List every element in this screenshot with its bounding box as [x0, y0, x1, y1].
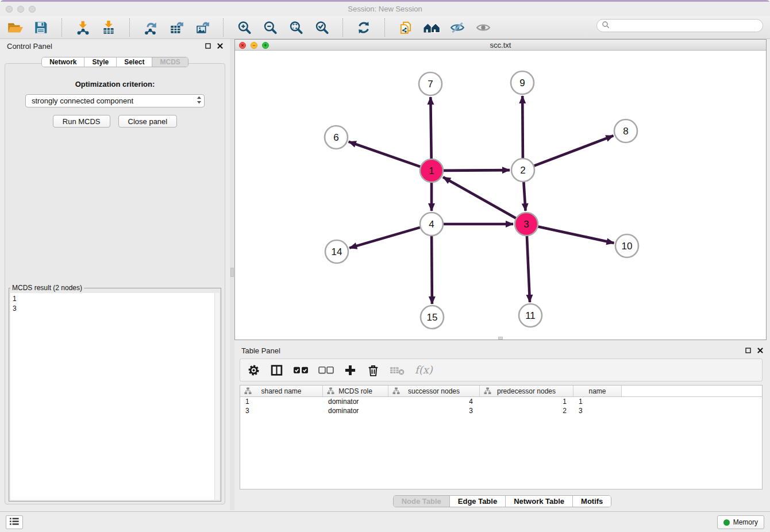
network-view-window: × − + scc.txt 1234678910111415 — [234, 39, 767, 340]
edge-2-9[interactable] — [522, 96, 523, 159]
column-header-successor-nodes[interactable]: successor nodes — [388, 385, 480, 396]
float-panel-icon[interactable] — [205, 43, 211, 49]
table-row[interactable]: 3dominator323 — [240, 406, 762, 415]
node-3[interactable]: 3 — [515, 213, 538, 236]
table-panel-header: Table Panel — [234, 344, 770, 357]
criterion-dropdown[interactable]: strongly connected component — [25, 94, 205, 107]
table-cell[interactable]: 1 — [573, 397, 622, 406]
column-label: MCDS role — [323, 387, 388, 395]
node-10[interactable]: 10 — [615, 234, 638, 257]
split-panel-icon[interactable] — [270, 363, 283, 377]
tab-style[interactable]: Style — [84, 57, 116, 67]
column-header-mcds-role[interactable]: MCDS role — [323, 385, 388, 396]
column-header-name[interactable]: name — [573, 385, 622, 396]
search-input[interactable] — [613, 20, 763, 32]
import-network-icon[interactable] — [72, 18, 93, 37]
node-11[interactable]: 11 — [519, 304, 542, 327]
node-15[interactable]: 15 — [421, 306, 444, 329]
vertical-splitter[interactable] — [230, 39, 234, 510]
table-cell[interactable]: dominator — [323, 397, 388, 406]
zoom-selected-icon[interactable] — [311, 18, 332, 37]
table-cell[interactable]: 1 — [240, 397, 323, 406]
edge-1-6[interactable] — [349, 142, 421, 167]
close-panel-icon[interactable] — [217, 43, 223, 49]
tab-motifs[interactable]: Motifs — [572, 496, 611, 507]
toolbar-separator — [129, 18, 130, 37]
edge-3-1[interactable] — [443, 177, 517, 218]
main-toolbar — [0, 16, 770, 39]
add-column-icon[interactable] — [344, 363, 357, 377]
edge-1-7[interactable] — [430, 97, 431, 159]
table-cell[interactable]: 1 — [480, 397, 573, 406]
edge-4-14[interactable] — [349, 228, 421, 248]
window-title: Session: New Session — [0, 5, 770, 13]
node-label: 8 — [623, 126, 628, 137]
table-cell[interactable]: 3 — [573, 406, 622, 415]
close-table-panel-icon[interactable] — [757, 348, 763, 353]
export-table-icon[interactable] — [166, 18, 187, 37]
criterion-dropdown-value: strongly connected component — [32, 97, 197, 105]
table-cell[interactable]: dominator — [323, 406, 388, 415]
column-label: predecessor nodes — [480, 387, 573, 395]
open-session-icon[interactable] — [5, 18, 25, 37]
node-label: 14 — [332, 246, 342, 257]
table-cell[interactable]: 4 — [388, 397, 480, 406]
edge-3-11[interactable] — [527, 236, 530, 302]
run-mcds-button[interactable]: Run MCDS — [53, 115, 110, 128]
mcds-result-text[interactable]: 1 3 — [10, 293, 214, 500]
search-icon — [602, 21, 610, 31]
node-14[interactable]: 14 — [325, 240, 348, 263]
tab-mcds[interactable]: MCDS — [152, 57, 188, 67]
clone-network-icon[interactable] — [395, 18, 416, 37]
import-table-icon[interactable] — [98, 18, 119, 37]
refresh-layout-icon[interactable] — [353, 18, 374, 37]
network-window-resize-grip[interactable] — [498, 337, 503, 340]
tab-node-table[interactable]: Node Table — [394, 496, 449, 507]
network-canvas[interactable]: 1234678910111415 — [235, 51, 766, 340]
tab-edge-table[interactable]: Edge Table — [449, 496, 505, 507]
tab-network[interactable]: Network — [42, 57, 84, 67]
table-cell[interactable]: 3 — [388, 406, 480, 415]
close-panel-button[interactable]: Close panel — [118, 115, 178, 128]
search-box[interactable] — [596, 19, 763, 32]
node-1[interactable]: 1 — [420, 159, 443, 182]
table-cell[interactable]: 3 — [240, 406, 323, 415]
float-table-panel-icon[interactable] — [745, 348, 751, 353]
zoom-out-icon[interactable] — [260, 18, 280, 37]
edge-4-15[interactable] — [432, 236, 432, 304]
task-history-button[interactable] — [6, 515, 23, 529]
memory-button[interactable]: Memory — [717, 515, 764, 529]
table-row[interactable]: 1dominator411 — [240, 397, 762, 406]
node-4[interactable]: 4 — [420, 213, 443, 236]
show-all-icon[interactable] — [473, 18, 494, 37]
zoom-in-icon[interactable] — [234, 18, 255, 37]
table-cell[interactable]: 2 — [480, 406, 573, 415]
mcds-result-scrollbar[interactable] — [214, 293, 220, 500]
table-settings-icon[interactable] — [247, 363, 260, 377]
node-7[interactable]: 7 — [419, 72, 442, 95]
save-session-icon[interactable] — [30, 18, 51, 37]
zoom-fit-icon[interactable] — [286, 18, 306, 37]
mcds-result-title: MCDS result (2 nodes) — [10, 284, 84, 292]
edge-2-3[interactable] — [523, 182, 525, 211]
edge-1-2[interactable] — [443, 170, 510, 171]
toolbar-separator — [223, 18, 224, 37]
tab-select[interactable]: Select — [116, 57, 152, 67]
hide-selected-icon[interactable] — [447, 18, 468, 37]
column-header-shared-name[interactable]: shared name — [240, 385, 323, 396]
node-9[interactable]: 9 — [511, 71, 534, 94]
select-all-icon[interactable] — [293, 363, 309, 377]
edge-3-10[interactable] — [538, 226, 614, 243]
delete-column-icon[interactable] — [367, 363, 380, 377]
column-header-predecessor-nodes[interactable]: predecessor nodes — [480, 385, 573, 396]
first-neighbors-icon[interactable] — [421, 18, 442, 37]
export-network-icon[interactable] — [140, 18, 161, 37]
export-image-icon[interactable] — [192, 18, 213, 37]
deselect-all-icon[interactable] — [318, 363, 334, 377]
vertical-splitter-grip[interactable] — [230, 268, 234, 277]
tab-network-table[interactable]: Network Table — [505, 496, 572, 507]
node-2[interactable]: 2 — [511, 159, 534, 182]
edge-2-8[interactable] — [534, 136, 614, 166]
node-8[interactable]: 8 — [614, 119, 637, 142]
node-6[interactable]: 6 — [325, 126, 348, 149]
